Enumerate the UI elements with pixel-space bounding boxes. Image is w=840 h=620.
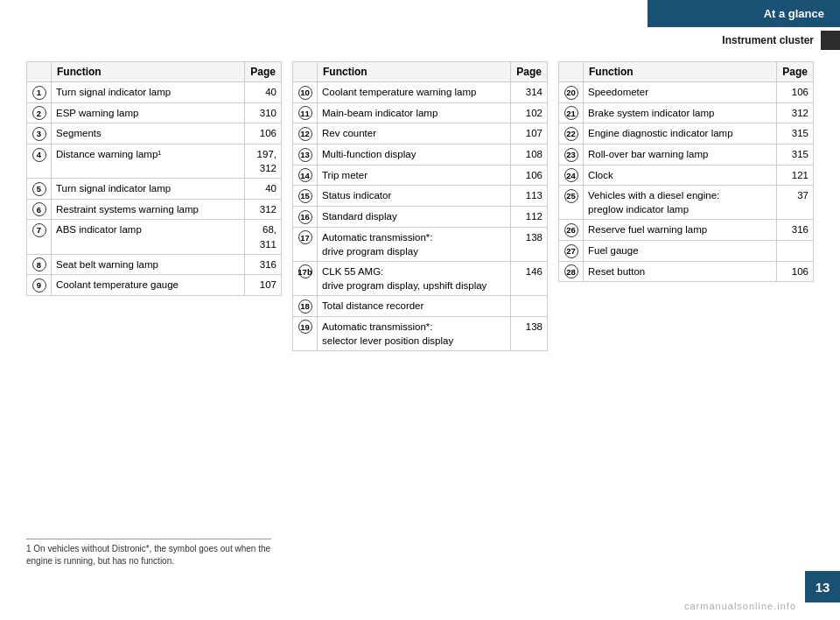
row-page: 40 bbox=[245, 82, 282, 103]
table1-wrapper: Function Page 1Turn signal indicator lam… bbox=[26, 61, 282, 550]
circle-number: 26 bbox=[564, 223, 578, 237]
header: At a glance Instrument cluster bbox=[578, 0, 840, 50]
table-row: 10Coolant temperature warning lamp314 bbox=[293, 82, 548, 103]
circle-number: 4 bbox=[32, 148, 46, 162]
row-page: 107 bbox=[245, 275, 282, 296]
table-row: 20Speedometer106 bbox=[559, 82, 814, 103]
table3-header-function: Function bbox=[584, 62, 777, 82]
circle-number: 22 bbox=[564, 127, 578, 141]
table1-header-function: Function bbox=[52, 62, 245, 82]
row-function: Seat belt warning lamp bbox=[52, 254, 245, 275]
row-page: 102 bbox=[511, 102, 548, 123]
table-row: 25Vehicles with a diesel engine:preglow … bbox=[559, 186, 814, 220]
row-number: 19 bbox=[293, 316, 318, 350]
table-row: 17bCLK 55 AMG:drive program display, ups… bbox=[293, 261, 548, 295]
row-function: Status indicator bbox=[318, 186, 511, 207]
row-function: Roll-over bar warning lamp bbox=[584, 144, 777, 165]
circle-number: 10 bbox=[298, 86, 312, 100]
circle-number: 6 bbox=[32, 202, 46, 216]
row-number: 6 bbox=[27, 199, 52, 220]
row-number: 22 bbox=[559, 123, 584, 144]
row-number: 13 bbox=[293, 144, 318, 165]
row-page: 106 bbox=[245, 123, 282, 144]
table-row: 15Status indicator113 bbox=[293, 186, 548, 207]
row-number: 26 bbox=[559, 220, 584, 241]
row-page: 106 bbox=[777, 82, 814, 103]
table1: Function Page 1Turn signal indicator lam… bbox=[26, 61, 282, 296]
table-row: 6Restraint systems warning lamp312 bbox=[27, 199, 282, 220]
row-page: 138 bbox=[511, 316, 548, 350]
row-function: Main-beam indicator lamp bbox=[318, 102, 511, 123]
row-number: 17b bbox=[293, 261, 318, 295]
table3: Function Page 20Speedometer10621Brake sy… bbox=[558, 61, 814, 282]
table-row: 24Clock121 bbox=[559, 165, 814, 186]
row-page: 312 bbox=[777, 102, 814, 123]
row-function: ABS indicator lamp bbox=[52, 220, 245, 254]
table-row: 2ESP warning lamp310 bbox=[27, 102, 282, 123]
circle-number: 16 bbox=[298, 210, 312, 224]
circle-number: 14 bbox=[298, 168, 312, 182]
table-row: 1Turn signal indicator lamp40 bbox=[27, 82, 282, 103]
table-row: 18Total distance recorder bbox=[293, 295, 548, 316]
row-function: ESP warning lamp bbox=[52, 102, 245, 123]
table-row: 14Trip meter106 bbox=[293, 165, 548, 186]
table2-header-page: Page bbox=[511, 62, 548, 82]
circle-number: 21 bbox=[564, 106, 578, 120]
table3-wrapper: Function Page 20Speedometer10621Brake sy… bbox=[558, 61, 814, 550]
row-function: Speedometer bbox=[584, 82, 777, 103]
row-number: 9 bbox=[27, 275, 52, 296]
row-page: 108 bbox=[511, 144, 548, 165]
table3-header-num bbox=[559, 62, 584, 82]
row-page bbox=[777, 241, 814, 262]
circle-number: 23 bbox=[564, 148, 578, 162]
circle-number: 7 bbox=[32, 223, 46, 237]
row-function: Coolant temperature warning lamp bbox=[318, 82, 511, 103]
row-function: Total distance recorder bbox=[318, 295, 511, 316]
row-page: 314 bbox=[511, 82, 548, 103]
row-page: 315 bbox=[777, 123, 814, 144]
row-number: 14 bbox=[293, 165, 318, 186]
row-function: Rev counter bbox=[318, 123, 511, 144]
row-number: 18 bbox=[293, 295, 318, 316]
table-row: 11Main-beam indicator lamp102 bbox=[293, 102, 548, 123]
table-row: 22Engine diagnostic indicator lamp315 bbox=[559, 123, 814, 144]
row-page: 113 bbox=[511, 186, 548, 207]
row-page: 316 bbox=[245, 254, 282, 275]
circle-number: 28 bbox=[564, 264, 578, 278]
table-row: 5Turn signal indicator lamp40 bbox=[27, 179, 282, 200]
row-number: 21 bbox=[559, 102, 584, 123]
row-number: 23 bbox=[559, 144, 584, 165]
circle-number: 27 bbox=[564, 244, 578, 258]
row-function: Fuel gauge bbox=[584, 241, 777, 262]
table-row: 19Automatic transmission*:selector lever… bbox=[293, 316, 548, 350]
row-number: 27 bbox=[559, 241, 584, 262]
table-row: 9Coolant temperature gauge107 bbox=[27, 275, 282, 296]
table-row: 16Standard display112 bbox=[293, 206, 548, 227]
row-function: Brake system indicator lamp bbox=[584, 102, 777, 123]
row-function: Turn signal indicator lamp bbox=[52, 82, 245, 103]
row-page: 37 bbox=[777, 186, 814, 220]
row-number: 25 bbox=[559, 186, 584, 220]
circle-number: 8 bbox=[32, 257, 46, 271]
row-number: 4 bbox=[27, 144, 52, 178]
table-row: 4Distance warning lamp¹197,312 bbox=[27, 144, 282, 178]
row-page: 310 bbox=[245, 102, 282, 123]
row-function: Vehicles with a diesel engine:preglow in… bbox=[584, 186, 777, 220]
circle-number: 9 bbox=[32, 278, 46, 292]
table-row: 21Brake system indicator lamp312 bbox=[559, 102, 814, 123]
row-number: 3 bbox=[27, 123, 52, 144]
row-function: Standard display bbox=[318, 206, 511, 227]
footnote: 1 On vehicles without Distronic*, the sy… bbox=[26, 539, 271, 567]
instrument-cluster-bar: Instrument cluster bbox=[578, 31, 840, 50]
row-number: 2 bbox=[27, 102, 52, 123]
row-function: Coolant temperature gauge bbox=[52, 275, 245, 296]
row-function: CLK 55 AMG:drive program display, upshif… bbox=[318, 261, 511, 295]
table-row: 12Rev counter107 bbox=[293, 123, 548, 144]
table-row: 28Reset button106 bbox=[559, 261, 814, 282]
row-page: 106 bbox=[777, 261, 814, 282]
circle-number: 19 bbox=[298, 320, 312, 334]
instrument-cluster-label: Instrument cluster bbox=[722, 34, 814, 46]
circle-number: 20 bbox=[564, 86, 578, 100]
row-function: Distance warning lamp¹ bbox=[52, 144, 245, 178]
row-number: 17 bbox=[293, 227, 318, 261]
